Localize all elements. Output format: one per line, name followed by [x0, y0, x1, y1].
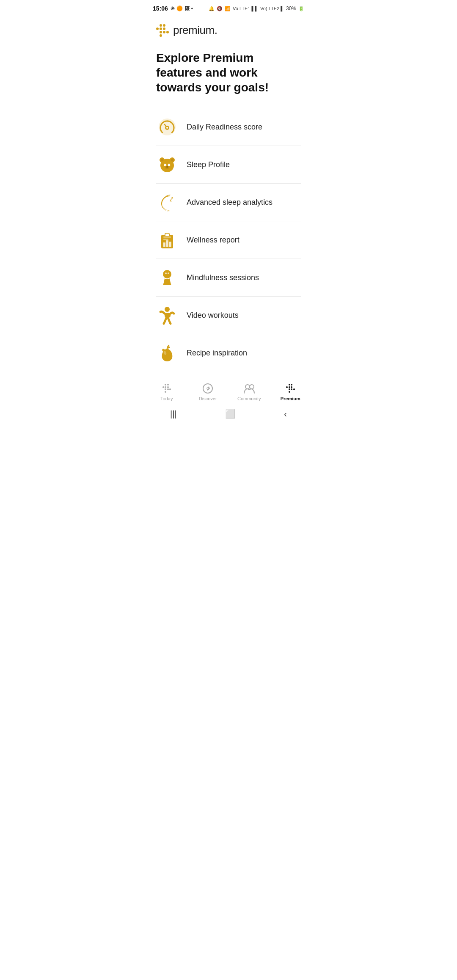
nav-item-today[interactable]: Today [146, 383, 187, 401]
svg-rect-20 [163, 242, 165, 247]
feature-item-wellness: Wellness report [156, 221, 301, 259]
strava-icon: 🟠 [176, 6, 183, 11]
feature-item-sleep-profile: Sleep Profile [156, 146, 301, 184]
wifi-icon: 📶 [225, 6, 231, 11]
logo-container: premium. [156, 24, 301, 37]
today-nav-icon [161, 383, 173, 394]
svg-point-7 [161, 159, 164, 162]
nav-item-premium[interactable]: Premium [270, 383, 311, 401]
svg-point-3 [166, 127, 168, 129]
readiness-icon [156, 116, 178, 138]
home-button[interactable]: ⬜ [225, 409, 236, 419]
svg-rect-19 [165, 234, 169, 236]
advanced-sleep-icon: z z [156, 191, 178, 213]
premium-nav-icon [284, 383, 296, 394]
feature-item-recipe: Recipe inspiration [156, 334, 301, 372]
svg-rect-21 [166, 240, 168, 247]
premium-nav-label: Premium [281, 396, 300, 401]
feature-label-wellness: Wellness report [187, 236, 240, 245]
today-nav-label: Today [160, 396, 173, 401]
battery-icon: 🔋 [298, 6, 304, 11]
community-nav-icon [243, 383, 255, 394]
sleep-profile-icon [156, 154, 178, 176]
mindfulness-icon [156, 267, 178, 289]
status-time: 15:06 ✳ 🟠 🖼 • [153, 5, 193, 12]
svg-point-27 [168, 273, 169, 274]
svg-point-25 [163, 270, 171, 278]
logo-text: premium. [173, 24, 217, 37]
status-right-icons: 🔔 🔇 📶 Vo LTE1 ▌▌ Vo) LTE2 ▌ 30% 🔋 [209, 6, 304, 11]
signal-icon: Vo LTE1 ▌▌ [233, 6, 258, 11]
workouts-icon [156, 304, 178, 326]
feature-item-mindfulness: Mindfulness sessions [156, 259, 301, 297]
svg-rect-22 [169, 242, 171, 247]
svg-point-26 [165, 273, 167, 274]
svg-point-33 [207, 388, 209, 389]
community-nav-label: Community [237, 396, 261, 401]
back-button[interactable]: ||| [170, 409, 177, 419]
gallery-icon: 🖼 [184, 6, 190, 11]
feature-label-workouts: Video workouts [187, 311, 239, 320]
feature-label-advanced-sleep: Advanced sleep analytics [187, 198, 273, 207]
svg-point-8 [171, 159, 174, 162]
recipe-icon [156, 342, 178, 364]
status-system-icons: ✳ 🟠 🖼 • [171, 6, 193, 11]
feature-label-daily-readiness: Daily Readiness score [187, 123, 262, 132]
mute-icon: 🔇 [217, 6, 223, 11]
feature-label-sleep-profile: Sleep Profile [187, 160, 230, 169]
feature-item-daily-readiness: Daily Readiness score [156, 108, 301, 146]
alarm-icon: 🔔 [209, 6, 215, 11]
feature-item-workouts: Video workouts [156, 297, 301, 334]
discover-nav-label: Discover [199, 396, 217, 401]
wellness-icon [156, 229, 178, 251]
nav-item-community[interactable]: Community [228, 383, 270, 401]
logo-dots-icon [156, 24, 169, 37]
svg-text:z: z [171, 196, 173, 199]
dot-icon: • [191, 6, 193, 11]
svg-point-34 [245, 385, 250, 389]
svg-point-28 [165, 307, 170, 312]
feature-label-mindfulness: Mindfulness sessions [187, 273, 259, 282]
feature-list: Daily Readiness score [156, 108, 301, 372]
nav-item-discover[interactable]: Discover [187, 383, 229, 401]
status-bar: 15:06 ✳ 🟠 🖼 • 🔔 🔇 📶 Vo LTE1 ▌▌ Vo) LTE2 … [146, 0, 311, 15]
bottom-navigation: Today Discover Community [146, 376, 311, 405]
feature-label-recipe: Recipe inspiration [187, 349, 247, 358]
hero-heading: Explore Premium features and work toward… [156, 50, 301, 95]
discover-nav-icon [202, 383, 214, 394]
fitbit-icon: ✳ [171, 6, 175, 11]
feature-item-advanced-sleep: z z Advanced sleep analytics [156, 184, 301, 221]
battery-text: 30% [286, 6, 296, 11]
home-indicator: ||| ⬜ ‹ [146, 405, 311, 423]
recents-button[interactable]: ‹ [284, 409, 287, 419]
main-content: premium. Explore Premium features and wo… [146, 15, 311, 376]
svg-rect-24 [163, 239, 168, 240]
signal2-icon: Vo) LTE2 ▌ [260, 6, 284, 11]
svg-rect-23 [163, 237, 171, 238]
svg-point-14 [166, 166, 168, 167]
svg-point-35 [250, 385, 254, 389]
